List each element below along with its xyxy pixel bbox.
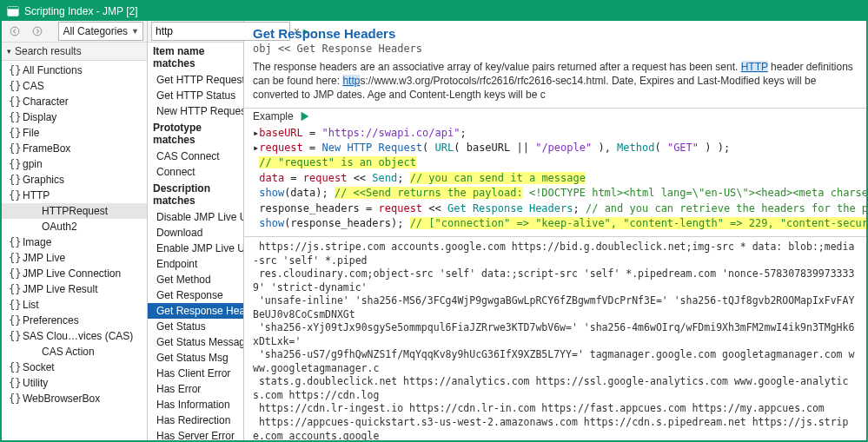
tree-item-label: SAS Clou…vices (CAS) xyxy=(23,330,133,342)
match-item[interactable]: Has Server Error xyxy=(148,428,243,440)
braces-icon: {} xyxy=(9,174,21,186)
tree-item[interactable]: {}Character xyxy=(2,94,147,109)
code-token: "GET" xyxy=(667,142,699,154)
tree-item-label: HTTPRequest xyxy=(42,205,108,217)
tree-item[interactable]: HTTPRequest xyxy=(2,203,147,219)
code-token: ( xyxy=(654,142,666,154)
code-token: New HTTP Request xyxy=(322,142,423,154)
match-item[interactable]: Get HTTP Status xyxy=(148,88,243,103)
code-token: request xyxy=(379,202,423,214)
tree-item[interactable]: {}CAS xyxy=(2,78,147,94)
match-item[interactable]: Disable JMP Live URL xyxy=(148,209,243,225)
braces-icon: {} xyxy=(9,393,21,405)
tree-item[interactable]: {}JMP Live xyxy=(2,250,147,266)
tree-item-label: List xyxy=(23,299,39,311)
category-dropdown-label: All Categories xyxy=(63,25,128,37)
doc-title: Get Response Headers xyxy=(253,26,858,41)
tree-item[interactable]: {}Utility xyxy=(2,375,147,391)
match-item[interactable]: Get HTTP Request xyxy=(148,72,243,88)
match-item[interactable]: Download xyxy=(148,225,243,241)
doc-link-http-spec[interactable]: HTTP xyxy=(741,61,768,73)
match-item[interactable]: Enable JMP Live URL xyxy=(148,241,243,256)
code-comment: // and you can retrieve the headers for … xyxy=(586,202,866,214)
tree-item[interactable]: {}FrameBox xyxy=(2,141,147,156)
tree-item[interactable]: {}gpin xyxy=(2,156,147,172)
output-pane[interactable]: https://js.stripe.com accounts.google.co… xyxy=(244,237,866,440)
code-comment: // <<Send returns the payload: xyxy=(335,187,523,199)
match-item[interactable]: Connect xyxy=(148,164,243,180)
match-item[interactable]: Get Method xyxy=(148,272,243,287)
match-item[interactable]: Get Status Msg xyxy=(148,350,243,366)
match-item[interactable]: Get Response xyxy=(148,287,243,303)
tree-item[interactable]: CAS Action xyxy=(2,344,147,360)
braces-icon: {} xyxy=(9,80,21,92)
forward-button[interactable] xyxy=(28,22,47,41)
braces-icon: {} xyxy=(9,314,21,327)
match-item[interactable]: Get Status Message xyxy=(148,334,243,350)
tree-item[interactable]: {}JMP Live Connection xyxy=(2,266,147,281)
chevron-down-icon: ▼ xyxy=(131,27,139,36)
matches-list[interactable]: Item name matchesGet HTTP RequestGet HTT… xyxy=(148,43,243,440)
tree-item[interactable]: {}Display xyxy=(2,109,147,125)
braces-icon: {} xyxy=(9,236,21,248)
match-item[interactable]: Has Client Error xyxy=(148,366,243,381)
braces-icon: {} xyxy=(9,267,21,280)
code-token: ), xyxy=(592,142,617,154)
back-button[interactable] xyxy=(5,22,24,41)
code-token: = xyxy=(303,127,322,139)
tree-item[interactable]: {}List xyxy=(2,297,147,313)
run-example-button[interactable] xyxy=(299,110,311,122)
category-tree[interactable]: {}All Functions{}CAS{}Character{}Display… xyxy=(2,61,147,440)
tree-item-label: CAS Action xyxy=(42,346,95,358)
tree-header[interactable]: ▾ Search results xyxy=(2,43,147,61)
search-toolbar: × ▸ xyxy=(148,21,243,43)
braces-icon: {} xyxy=(9,283,21,295)
braces-icon: {} xyxy=(9,127,21,139)
tree-item-label: Preferences xyxy=(23,314,79,327)
code-comment: // you can send it a message xyxy=(410,172,586,184)
match-item[interactable]: CAS Connect xyxy=(148,148,243,164)
tree-item[interactable]: {}Socket xyxy=(2,360,147,375)
tree-item[interactable]: {}HTTP xyxy=(2,188,147,203)
match-item[interactable]: Has Redirection xyxy=(148,412,243,428)
match-item[interactable]: New HTTP Request xyxy=(148,103,243,119)
tree-item[interactable]: OAuth2 xyxy=(2,219,147,234)
tree-item[interactable]: {}All Functions xyxy=(2,63,147,78)
tree-item[interactable]: {}File xyxy=(2,125,147,141)
code-token: ; xyxy=(460,127,466,139)
braces-icon: {} xyxy=(9,96,21,108)
tree-item-label: Character xyxy=(23,96,69,108)
left-toolbar: All Categories ▼ xyxy=(2,21,147,43)
braces-icon: {} xyxy=(9,252,21,264)
tree-item-label: JMP Live Result xyxy=(23,283,97,295)
code-token: = xyxy=(284,172,303,184)
braces-icon: {} xyxy=(9,361,21,373)
code-token: "https://swapi.co/api" xyxy=(322,127,461,139)
tree-item[interactable]: {}JMP Live Result xyxy=(2,281,147,297)
match-item[interactable]: Has Error xyxy=(148,381,243,397)
match-category-header: Prototype matches xyxy=(148,119,243,148)
tree-item[interactable]: {}Graphics xyxy=(2,172,147,188)
tree-item-label: OAuth2 xyxy=(42,221,77,233)
example-label: Example xyxy=(253,110,294,122)
tree-item-label: JMP Live Connection xyxy=(23,267,121,280)
matches-panel: × ▸ Item name matchesGet HTTP RequestGet… xyxy=(148,21,244,440)
match-item[interactable]: Has Information xyxy=(148,397,243,412)
example-code[interactable]: ▸baseURL = "https://swapi.co/api"; ▸requ… xyxy=(244,124,866,238)
tree-item[interactable]: {}Image xyxy=(2,234,147,250)
category-dropdown[interactable]: All Categories ▼ xyxy=(58,22,143,41)
doc-link-rfc[interactable]: http xyxy=(342,75,360,87)
match-item[interactable]: Get Response Headers xyxy=(148,303,243,319)
match-item[interactable]: Get Status xyxy=(148,319,243,334)
tree-item[interactable]: {}Preferences xyxy=(2,313,147,328)
braces-icon: {} xyxy=(9,111,21,123)
code-token: ; xyxy=(397,172,409,184)
tree-item[interactable]: {}WebBrowserBox xyxy=(2,391,147,406)
code-token: Send xyxy=(372,172,397,184)
code-token: response_headers = xyxy=(259,202,378,214)
code-token: << xyxy=(422,202,447,214)
tree-item-label: Utility xyxy=(23,377,48,389)
match-item[interactable]: Endpoint xyxy=(148,256,243,272)
code-token: request xyxy=(303,172,348,184)
tree-item[interactable]: {}SAS Clou…vices (CAS) xyxy=(2,328,147,344)
